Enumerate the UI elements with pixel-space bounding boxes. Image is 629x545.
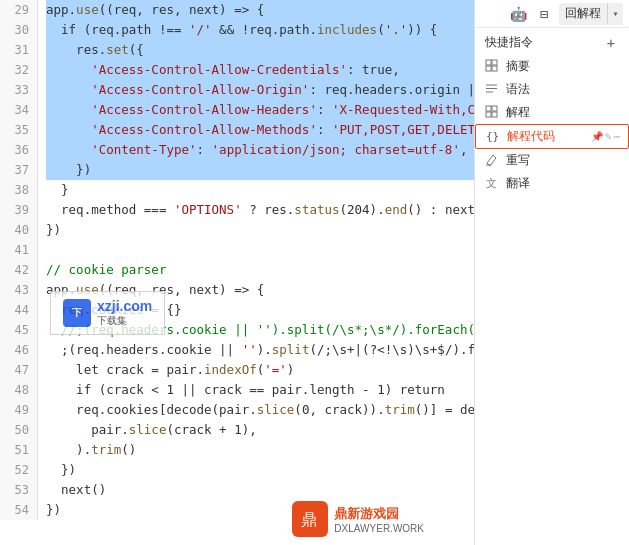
svg-text:{}: {} — [486, 130, 499, 142]
panel-item-summary[interactable]: 摘要 — [475, 55, 629, 78]
svg-text:文: 文 — [486, 177, 497, 189]
panel-items-container: 摘要语法解程{}解程代码📌✎⋯重写文翻译 — [475, 55, 629, 195]
code-line: }) — [46, 460, 474, 480]
panel-section-title: 快捷指令 + — [475, 28, 629, 55]
code-line: req.method === 'OPTIONS' ? res.status(20… — [46, 200, 474, 220]
add-icon: + — [607, 35, 615, 51]
resolve-button[interactable]: 回解程 — [559, 3, 607, 25]
line-number: 42 — [0, 260, 37, 280]
svg-rect-11 — [492, 112, 497, 117]
line-number: 51 — [0, 440, 37, 460]
line-number: 49 — [0, 400, 37, 420]
line-numbers: 2930313233343536373839404142434445464748… — [0, 0, 38, 520]
dropdown-arrow: ▾ — [612, 8, 618, 19]
face-icon-btn[interactable]: 🤖 — [507, 3, 529, 25]
svg-rect-2 — [492, 60, 497, 65]
panel-item-resolve[interactable]: 解程 — [475, 101, 629, 124]
panel-item-label-resolve: 解程 — [506, 104, 616, 121]
line-number: 47 — [0, 360, 37, 380]
line-number: 54 — [0, 500, 37, 520]
code-line: 'Access-Control-Allow-Headers': 'X-Reque… — [46, 100, 474, 120]
code-line: } — [46, 180, 474, 200]
svg-rect-9 — [492, 106, 497, 111]
code-line — [46, 240, 474, 260]
watermark-bottom-logo: 鼎 — [292, 501, 328, 537]
svg-rect-8 — [486, 106, 491, 111]
code-line: ).trim() — [46, 440, 474, 460]
add-command-btn[interactable]: + — [603, 35, 619, 51]
watermark-xzji-sub: 下载集 — [97, 314, 152, 328]
line-number: 44 — [0, 300, 37, 320]
panel-item-syntax[interactable]: 语法 — [475, 78, 629, 101]
code-lines: 2930313233343536373839404142434445464748… — [0, 0, 474, 520]
watermark-xzji-logo: 下 — [63, 299, 91, 327]
syntax-icon — [485, 82, 501, 98]
face-icon: 🤖 — [510, 6, 527, 22]
code-content[interactable]: app.use((req, res, next) => { if (req.pa… — [38, 0, 474, 520]
panel-item-label-summary: 摘要 — [506, 58, 616, 75]
resolve-code-icon: {} — [486, 129, 502, 145]
line-number: 50 — [0, 420, 37, 440]
line-number: 34 — [0, 100, 37, 120]
line-number: 35 — [0, 120, 37, 140]
code-line: if (req.path !== '/' && !req.path.includ… — [46, 20, 474, 40]
pin-icon[interactable]: 📌 — [591, 131, 603, 142]
line-number: 53 — [0, 480, 37, 500]
book-icon: ⊟ — [540, 6, 548, 22]
watermark-xzji: 下 xzji.com 下载集 — [50, 291, 165, 335]
watermark-xzji-site: xzji.com — [97, 298, 152, 314]
svg-rect-4 — [492, 66, 497, 71]
book-icon-btn[interactable]: ⊟ — [533, 3, 555, 25]
svg-text:鼎: 鼎 — [301, 511, 317, 528]
code-line: next() — [46, 480, 474, 500]
line-number: 30 — [0, 20, 37, 40]
edit-icon[interactable]: ✎ — [605, 130, 612, 143]
code-line: }) — [46, 160, 474, 180]
line-number: 39 — [0, 200, 37, 220]
code-line: res.set({ — [46, 40, 474, 60]
code-line: req.cookies[decode(pair.slice(0, crack))… — [46, 400, 474, 420]
svg-rect-1 — [486, 60, 491, 65]
panel-toolbar: 🤖 ⊟ 回解程 ▾ — [475, 0, 629, 28]
resolve-label: 回解程 — [565, 5, 601, 22]
code-area: 2930313233343536373839404142434445464748… — [0, 0, 474, 545]
svg-rect-3 — [486, 66, 491, 71]
line-number: 46 — [0, 340, 37, 360]
dots-icon[interactable]: ⋯ — [613, 130, 620, 143]
panel-item-rewrite[interactable]: 重写 — [475, 149, 629, 172]
code-line: pair.slice(crack + 1), — [46, 420, 474, 440]
quick-commands-label: 快捷指令 — [485, 34, 533, 51]
watermark-bottom-sub: DXLAWYER.WORK — [334, 523, 424, 534]
svg-rect-10 — [486, 112, 491, 117]
watermark-bottom-title: 鼎新游戏园 — [334, 505, 424, 523]
watermark-bottom: 鼎 鼎新游戏园 DXLAWYER.WORK — [292, 501, 424, 537]
panel-item-label-syntax: 语法 — [506, 81, 616, 98]
summary-icon — [485, 59, 501, 75]
editor-container: 2930313233343536373839404142434445464748… — [0, 0, 629, 545]
code-line: app.use((req, res, next) => { — [46, 0, 474, 20]
line-number: 48 — [0, 380, 37, 400]
code-line: ;(req.headers.cookie || '').split(/;\s+|… — [46, 340, 474, 360]
line-number: 36 — [0, 140, 37, 160]
code-line: // cookie parser — [46, 260, 474, 280]
code-line: if (crack < 1 || crack == pair.length - … — [46, 380, 474, 400]
line-number: 52 — [0, 460, 37, 480]
resolve-dropdown[interactable]: ▾ — [607, 3, 623, 25]
code-line: 'Access-Control-Allow-Origin': req.heade… — [46, 80, 474, 100]
panel-item-label-translate: 翻译 — [506, 175, 616, 192]
line-number: 40 — [0, 220, 37, 240]
right-panel: 🤖 ⊟ 回解程 ▾ 快捷指令 + 摘要语法解程{}解程代码📌✎⋯重写文翻译 — [474, 0, 629, 545]
line-number: 29 — [0, 0, 37, 20]
panel-item-actions-resolve-code: 📌✎⋯ — [591, 130, 620, 143]
line-number: 41 — [0, 240, 37, 260]
code-line: 'Access-Control-Allow-Methods': 'PUT,POS… — [46, 120, 474, 140]
panel-item-resolve-code[interactable]: {}解程代码📌✎⋯ — [475, 124, 629, 149]
panel-item-translate[interactable]: 文翻译 — [475, 172, 629, 195]
watermark-bottom-text: 鼎新游戏园 DXLAWYER.WORK — [334, 505, 424, 534]
line-number: 33 — [0, 80, 37, 100]
line-number: 32 — [0, 60, 37, 80]
rewrite-icon — [485, 153, 501, 169]
panel-item-label-resolve-code: 解程代码 — [507, 128, 586, 145]
line-number: 43 — [0, 280, 37, 300]
code-line: }) — [46, 220, 474, 240]
